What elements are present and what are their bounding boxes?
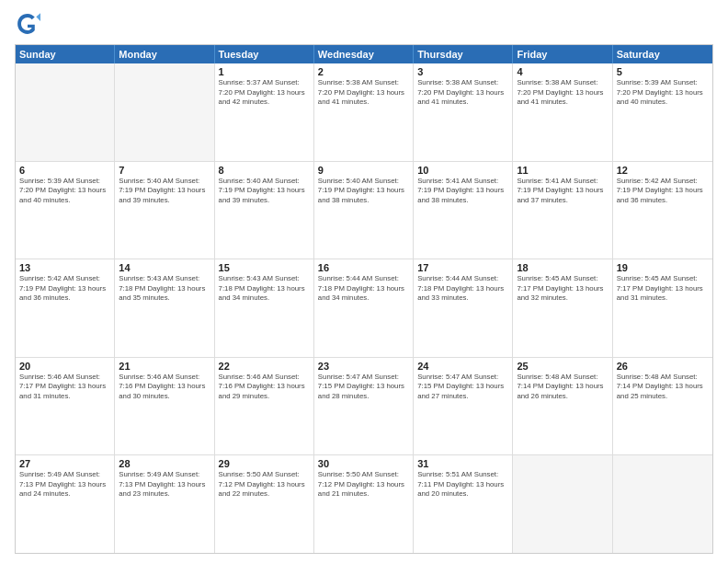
day-number: 16 [318,262,409,273]
day-number: 4 [517,66,608,77]
calendar-row: 13Sunrise: 5:42 AM Sunset: 7:19 PM Dayli… [16,259,712,357]
logo [15,11,42,37]
day-info: Sunrise: 5:48 AM Sunset: 7:14 PM Dayligh… [617,373,709,402]
day-number: 28 [119,458,210,469]
day-number: 15 [219,262,310,273]
calendar-cell: 11Sunrise: 5:41 AM Sunset: 7:19 PM Dayli… [513,162,612,259]
day-info: Sunrise: 5:37 AM Sunset: 7:20 PM Dayligh… [219,78,310,108]
day-info: Sunrise: 5:50 AM Sunset: 7:12 PM Dayligh… [219,470,310,500]
day-info: Sunrise: 5:39 AM Sunset: 7:20 PM Dayligh… [19,177,110,206]
day-info: Sunrise: 5:43 AM Sunset: 7:18 PM Dayligh… [219,274,310,304]
day-info: Sunrise: 5:45 AM Sunset: 7:17 PM Dayligh… [617,274,709,304]
calendar-cell: 14Sunrise: 5:43 AM Sunset: 7:18 PM Dayli… [115,259,214,357]
calendar-row: 6Sunrise: 5:39 AM Sunset: 7:20 PM Daylig… [16,161,712,259]
calendar-header-cell: Thursday [414,45,513,63]
day-number: 22 [219,361,310,372]
day-info: Sunrise: 5:42 AM Sunset: 7:19 PM Dayligh… [19,274,110,304]
calendar-row: 1Sunrise: 5:37 AM Sunset: 7:20 PM Daylig… [16,63,712,161]
day-number: 10 [417,165,508,176]
calendar-cell: 21Sunrise: 5:46 AM Sunset: 7:16 PM Dayli… [115,358,214,455]
day-number: 5 [617,66,709,77]
calendar-cell: 4Sunrise: 5:38 AM Sunset: 7:20 PM Daylig… [513,63,612,161]
day-number: 21 [119,361,210,372]
calendar-cell: 24Sunrise: 5:47 AM Sunset: 7:15 PM Dayli… [414,358,513,455]
day-number: 2 [318,66,409,77]
day-info: Sunrise: 5:48 AM Sunset: 7:14 PM Dayligh… [517,373,608,402]
day-number: 23 [318,361,409,372]
calendar-row: 20Sunrise: 5:46 AM Sunset: 7:17 PM Dayli… [16,357,712,455]
day-number: 7 [119,165,210,176]
calendar-cell [16,63,115,161]
calendar-cell: 1Sunrise: 5:37 AM Sunset: 7:20 PM Daylig… [215,63,314,161]
calendar-cell: 20Sunrise: 5:46 AM Sunset: 7:17 PM Dayli… [16,358,115,455]
calendar-cell: 28Sunrise: 5:49 AM Sunset: 7:13 PM Dayli… [115,455,214,553]
day-info: Sunrise: 5:46 AM Sunset: 7:16 PM Dayligh… [219,373,310,402]
calendar-header: SundayMondayTuesdayWednesdayThursdayFrid… [16,45,712,63]
day-number: 19 [617,262,709,273]
day-number: 11 [517,165,608,176]
day-info: Sunrise: 5:41 AM Sunset: 7:19 PM Dayligh… [417,177,508,206]
day-info: Sunrise: 5:49 AM Sunset: 7:13 PM Dayligh… [19,470,110,500]
day-info: Sunrise: 5:40 AM Sunset: 7:19 PM Dayligh… [318,177,409,206]
calendar-row: 27Sunrise: 5:49 AM Sunset: 7:13 PM Dayli… [16,454,712,553]
day-number: 8 [219,165,310,176]
calendar-cell: 7Sunrise: 5:40 AM Sunset: 7:19 PM Daylig… [115,162,214,259]
day-number: 3 [417,66,508,77]
calendar-cell: 23Sunrise: 5:47 AM Sunset: 7:15 PM Dayli… [314,358,414,455]
calendar-header-cell: Tuesday [215,45,314,63]
calendar-cell: 17Sunrise: 5:44 AM Sunset: 7:18 PM Dayli… [414,259,513,357]
calendar-header-cell: Sunday [16,45,115,63]
day-number: 31 [417,458,508,469]
day-info: Sunrise: 5:44 AM Sunset: 7:18 PM Dayligh… [318,274,409,304]
day-number: 13 [19,262,110,273]
day-info: Sunrise: 5:44 AM Sunset: 7:18 PM Dayligh… [417,274,508,304]
calendar-cell: 25Sunrise: 5:48 AM Sunset: 7:14 PM Dayli… [513,358,612,455]
day-info: Sunrise: 5:38 AM Sunset: 7:20 PM Dayligh… [517,78,608,108]
day-info: Sunrise: 5:39 AM Sunset: 7:20 PM Dayligh… [617,78,709,108]
calendar-cell [115,63,214,161]
day-info: Sunrise: 5:47 AM Sunset: 7:15 PM Dayligh… [318,373,409,402]
calendar-cell: 22Sunrise: 5:46 AM Sunset: 7:16 PM Dayli… [215,358,314,455]
calendar-cell: 12Sunrise: 5:42 AM Sunset: 7:19 PM Dayli… [613,162,712,259]
calendar-cell: 6Sunrise: 5:39 AM Sunset: 7:20 PM Daylig… [16,162,115,259]
day-info: Sunrise: 5:47 AM Sunset: 7:15 PM Dayligh… [417,373,508,402]
calendar-cell: 15Sunrise: 5:43 AM Sunset: 7:18 PM Dayli… [215,259,314,357]
day-info: Sunrise: 5:45 AM Sunset: 7:17 PM Dayligh… [517,274,608,304]
day-info: Sunrise: 5:43 AM Sunset: 7:18 PM Dayligh… [119,274,210,304]
calendar-header-cell: Saturday [613,45,712,63]
calendar-header-cell: Monday [115,45,214,63]
calendar-cell: 31Sunrise: 5:51 AM Sunset: 7:11 PM Dayli… [414,455,513,553]
calendar-cell: 9Sunrise: 5:40 AM Sunset: 7:19 PM Daylig… [314,162,414,259]
day-number: 6 [19,165,110,176]
day-info: Sunrise: 5:38 AM Sunset: 7:20 PM Dayligh… [417,78,508,108]
day-number: 12 [617,165,709,176]
page: SundayMondayTuesdayWednesdayThursdayFrid… [0,0,728,563]
day-info: Sunrise: 5:46 AM Sunset: 7:16 PM Dayligh… [119,373,210,402]
calendar-cell: 8Sunrise: 5:40 AM Sunset: 7:19 PM Daylig… [215,162,314,259]
calendar-cell: 3Sunrise: 5:38 AM Sunset: 7:20 PM Daylig… [414,63,513,161]
calendar: SundayMondayTuesdayWednesdayThursdayFrid… [15,44,713,554]
day-number: 14 [119,262,210,273]
calendar-cell: 16Sunrise: 5:44 AM Sunset: 7:18 PM Dayli… [314,259,414,357]
day-info: Sunrise: 5:46 AM Sunset: 7:17 PM Dayligh… [19,373,110,402]
calendar-cell [613,455,712,553]
calendar-cell: 19Sunrise: 5:45 AM Sunset: 7:17 PM Dayli… [613,259,712,357]
calendar-cell: 5Sunrise: 5:39 AM Sunset: 7:20 PM Daylig… [613,63,712,161]
day-number: 17 [417,262,508,273]
calendar-cell: 26Sunrise: 5:48 AM Sunset: 7:14 PM Dayli… [613,358,712,455]
day-info: Sunrise: 5:40 AM Sunset: 7:19 PM Dayligh… [119,177,210,206]
day-number: 25 [517,361,608,372]
logo-icon [15,11,40,37]
day-info: Sunrise: 5:42 AM Sunset: 7:19 PM Dayligh… [617,177,709,206]
calendar-cell: 27Sunrise: 5:49 AM Sunset: 7:13 PM Dayli… [16,455,115,553]
calendar-cell: 2Sunrise: 5:38 AM Sunset: 7:20 PM Daylig… [314,63,414,161]
calendar-cell: 10Sunrise: 5:41 AM Sunset: 7:19 PM Dayli… [414,162,513,259]
day-number: 20 [19,361,110,372]
calendar-cell: 13Sunrise: 5:42 AM Sunset: 7:19 PM Dayli… [16,259,115,357]
day-info: Sunrise: 5:40 AM Sunset: 7:19 PM Dayligh… [219,177,310,206]
day-info: Sunrise: 5:51 AM Sunset: 7:11 PM Dayligh… [417,470,508,500]
day-number: 26 [617,361,709,372]
day-info: Sunrise: 5:38 AM Sunset: 7:20 PM Dayligh… [318,78,409,108]
calendar-cell [513,455,612,553]
header [15,11,713,37]
